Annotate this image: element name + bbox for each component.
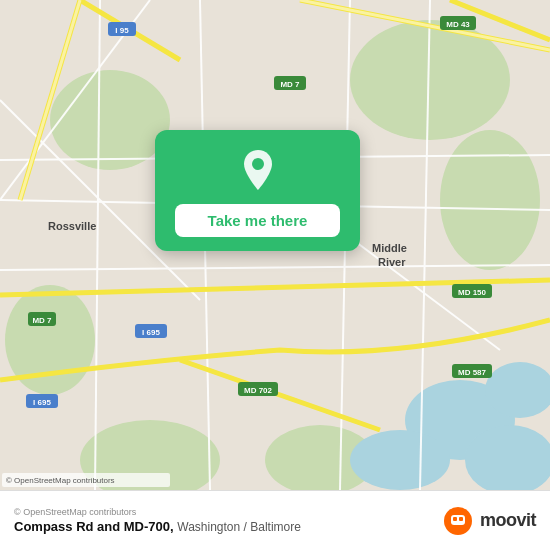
svg-text:MD 43: MD 43 bbox=[446, 20, 470, 29]
svg-point-57 bbox=[452, 525, 456, 529]
location-name-text: Compass Rd and MD-700, bbox=[14, 519, 174, 534]
svg-point-3 bbox=[50, 70, 170, 170]
svg-text:MD 7: MD 7 bbox=[280, 80, 300, 89]
svg-point-58 bbox=[460, 525, 464, 529]
svg-text:I 695: I 695 bbox=[33, 398, 51, 407]
svg-text:I 95: I 95 bbox=[115, 26, 129, 35]
svg-text:MD 587: MD 587 bbox=[458, 368, 487, 377]
copyright-text: © OpenStreetMap contributors bbox=[14, 507, 301, 517]
svg-point-2 bbox=[440, 130, 540, 270]
svg-rect-56 bbox=[459, 517, 463, 521]
svg-text:MD 702: MD 702 bbox=[244, 386, 273, 395]
bottom-left: © OpenStreetMap contributors Compass Rd … bbox=[14, 507, 301, 534]
svg-point-9 bbox=[350, 430, 450, 490]
svg-text:MD 150: MD 150 bbox=[458, 288, 487, 297]
moovit-brand-icon bbox=[442, 505, 474, 537]
svg-text:MD 7: MD 7 bbox=[32, 316, 52, 325]
cta-card: Take me there bbox=[155, 130, 360, 251]
location-title: Compass Rd and MD-700, Washington / Balt… bbox=[14, 519, 301, 534]
svg-text:I 695: I 695 bbox=[142, 328, 160, 337]
svg-text:River: River bbox=[378, 256, 406, 268]
region-text: Washington / Baltimore bbox=[177, 520, 301, 534]
svg-text:Middle: Middle bbox=[372, 242, 407, 254]
moovit-logo: moovit bbox=[442, 505, 536, 537]
map-container: I 95 MD 43 MD 7 MD 7 I 695 I 695 MD 702 … bbox=[0, 0, 550, 490]
svg-text:Rossville: Rossville bbox=[48, 220, 96, 232]
svg-rect-55 bbox=[453, 517, 457, 521]
bottom-bar: © OpenStreetMap contributors Compass Rd … bbox=[0, 490, 550, 550]
take-me-there-button[interactable]: Take me there bbox=[175, 204, 340, 237]
location-pin-icon bbox=[234, 146, 282, 194]
svg-text:© OpenStreetMap contributors: © OpenStreetMap contributors bbox=[6, 476, 115, 485]
moovit-brand-text: moovit bbox=[480, 510, 536, 531]
svg-point-52 bbox=[252, 158, 264, 170]
